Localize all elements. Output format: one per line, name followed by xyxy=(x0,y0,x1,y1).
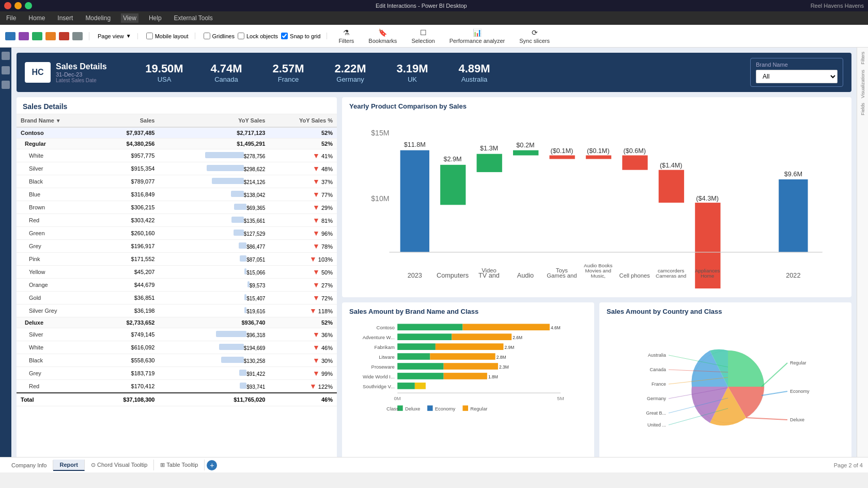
trend-icon: ▼ xyxy=(309,307,317,315)
snap-to-grid-checkbox[interactable] xyxy=(281,33,288,39)
svg-text:1.8M: 1.8M xyxy=(488,374,498,379)
sales-table-container[interactable]: Brand Name ▼ Sales YoY Sales YoY Sales %… xyxy=(17,114,337,457)
row-item-name: Brown xyxy=(17,201,95,214)
trend-icon: ▼ xyxy=(313,369,320,377)
waterfall-chart-area: $15M $10M $11.8M $2.9M $1.3M xyxy=(349,114,844,288)
svg-text:Litware: Litware xyxy=(379,354,395,359)
row-item-name: Orange xyxy=(17,279,95,292)
brand-bar-chart-card: Sales Amount by Brand Name and Class Con… xyxy=(342,302,594,457)
sidebar-left-icon-2[interactable] xyxy=(2,66,10,74)
brand-filter[interactable]: Brand Name All xyxy=(750,58,843,87)
tab-report[interactable]: Report xyxy=(53,460,84,471)
close-button[interactable] xyxy=(4,2,11,9)
sidebar-visualizations-label[interactable]: Visualizations xyxy=(860,70,865,98)
row-sales: $616,092 xyxy=(95,341,159,354)
sidebar-fields-label[interactable]: Fields xyxy=(860,103,865,115)
performance-analyzer-button[interactable]: 📊 Performance analyzer xyxy=(446,27,508,45)
menu-file[interactable]: File xyxy=(4,13,18,23)
row-yoy-pct: 52% xyxy=(269,127,337,139)
metric-usa-label: USA xyxy=(158,75,172,83)
main-layout: HC Sales Details 31-Dec-23 Latest Sales … xyxy=(0,48,868,457)
tab-company-info[interactable]: Company Info xyxy=(5,460,53,470)
brand-filter-select[interactable]: All xyxy=(756,70,838,83)
sync-icon: ⟳ xyxy=(532,28,538,37)
trend-icon: ▼ xyxy=(313,177,320,186)
row-yoy-pct: ▼ 118% xyxy=(269,304,337,317)
row-sales: $2,733,652 xyxy=(95,317,159,328)
table-row: Brown $306,215 $69,365 ▼ 29% xyxy=(17,201,337,214)
svg-text:Video: Video xyxy=(482,267,497,273)
row-yoy: $2,717,123 xyxy=(159,127,269,139)
lock-objects-checkbox[interactable] xyxy=(238,33,244,39)
trend-icon: ▼ xyxy=(313,343,320,352)
menu-help[interactable]: Help xyxy=(147,13,164,23)
menu-external-tools[interactable]: External Tools xyxy=(172,13,215,23)
col-sales[interactable]: Sales xyxy=(95,114,159,127)
col-yoy-pct[interactable]: YoY Sales % xyxy=(269,114,337,127)
sales-table-card: Sales Details Brand Name ▼ Sales YoY Sal… xyxy=(17,97,337,457)
dashboard-row: Sales Details Brand Name ▼ Sales YoY Sal… xyxy=(17,97,851,457)
sidebar-filters-label[interactable]: Filters xyxy=(860,52,865,65)
svg-text:Great B...: Great B... xyxy=(646,410,666,416)
table-row: Red $170,412 $93,741 ▼ 122% xyxy=(17,380,337,393)
tab-chord-visual-tooltip[interactable]: ⊙ Chord Visual Tooltip xyxy=(85,460,154,470)
svg-text:Movies and: Movies and xyxy=(585,268,611,273)
svg-text:Regular: Regular xyxy=(470,405,487,411)
row-item-name: White xyxy=(17,341,95,354)
menu-modeling[interactable]: Modeling xyxy=(83,13,113,23)
sidebar-left-icon-3[interactable] xyxy=(2,81,10,89)
gridlines-option[interactable]: Gridlines xyxy=(204,33,235,39)
svg-text:Fabrikam: Fabrikam xyxy=(374,344,395,349)
col-yoy[interactable]: YoY Sales xyxy=(159,114,269,127)
selection-button[interactable]: ☐ Selection xyxy=(408,27,438,45)
table-row: Red $303,422 $135,661 ▼ 81% xyxy=(17,214,337,227)
tab-table-tooltip[interactable]: ⊞ Table Tooltip xyxy=(154,460,205,470)
row-sales: $171,552 xyxy=(95,253,159,266)
bar-computers xyxy=(440,165,466,205)
row-yoy-pct: ▼ 30% xyxy=(269,354,337,367)
minimize-button[interactable] xyxy=(14,2,22,9)
southridge-economy xyxy=(415,383,426,389)
menu-home[interactable]: Home xyxy=(26,13,47,23)
row-sales: $170,412 xyxy=(95,380,159,393)
page-view-option[interactable]: Page view ▼ xyxy=(98,33,131,39)
svg-text:Australia: Australia xyxy=(648,353,666,358)
bookmarks-button[interactable]: 🔖 Bookmarks xyxy=(365,27,400,45)
row-yoy-pct: ▼ 103% xyxy=(269,253,337,266)
row-yoy-pct: ▼ 96% xyxy=(269,227,337,240)
mobile-layout-option[interactable]: Mobile layout xyxy=(146,33,189,39)
row-item-name: Gold xyxy=(17,292,95,304)
performance-icon: 📊 xyxy=(473,28,482,37)
proseware-regular xyxy=(444,363,498,370)
menu-insert[interactable]: Insert xyxy=(55,13,75,23)
row-class-name: Deluxe xyxy=(17,317,95,328)
wideworld-deluxe xyxy=(397,373,443,379)
trend-icon: ▼ xyxy=(309,382,317,390)
menu-view[interactable]: View xyxy=(121,13,138,23)
toolbar-icon-report xyxy=(5,32,16,40)
sidebar-left-icon-1[interactable] xyxy=(2,52,10,60)
lock-objects-option[interactable]: Lock objects xyxy=(238,33,278,39)
waterfall-chart-card: Yearly Product Comparison by Sales $15M … xyxy=(342,97,851,297)
sync-slicers-button[interactable]: ⟳ Sync slicers xyxy=(516,27,553,45)
tab-add-button[interactable]: + xyxy=(207,460,217,470)
table-footer-row: Total $37,108,300 $11,765,020 46% xyxy=(17,393,337,406)
table-row: Silver $915,354 $298,622 ▼ 48% xyxy=(17,162,337,175)
trend-icon: ▼ xyxy=(313,229,320,237)
row-yoy-pct: ▼ 81% xyxy=(269,214,337,227)
col-brand[interactable]: Brand Name ▼ xyxy=(17,114,95,127)
row-sales: $306,215 xyxy=(95,201,159,214)
row-yoy-pct: ▼ 122% xyxy=(269,380,337,393)
row-yoy-pct: ▼ 48% xyxy=(269,162,337,175)
filters-button[interactable]: ⚗ Filters xyxy=(335,27,357,45)
footer-brand: Total xyxy=(17,393,95,406)
svg-text:($1.4M): ($1.4M) xyxy=(660,162,683,169)
snap-to-grid-option[interactable]: Snap to grid xyxy=(281,33,320,39)
gridlines-checkbox[interactable] xyxy=(204,33,210,39)
row-sales: $303,422 xyxy=(95,214,159,227)
svg-text:Regular: Regular xyxy=(790,360,807,365)
table-row: Gold $36,851 $15,407 ▼ 72% xyxy=(17,292,337,304)
maximize-button[interactable] xyxy=(25,2,32,9)
row-sales: $915,354 xyxy=(95,162,159,175)
mobile-layout-checkbox[interactable] xyxy=(146,33,153,39)
